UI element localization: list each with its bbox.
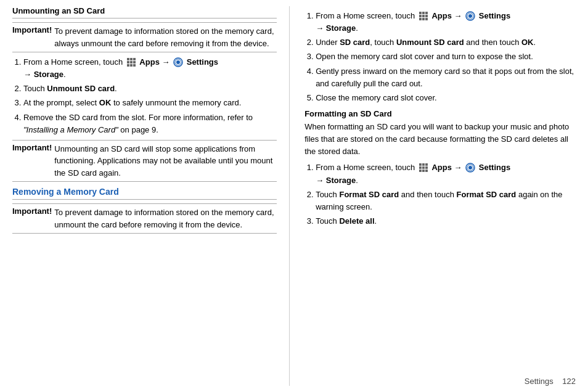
removing-step-1: From a Home screen, touch Apps →: [316, 10, 576, 35]
svg-rect-20: [425, 18, 428, 20]
apps-icon-3: [419, 163, 428, 173]
apps-icon-1: [126, 57, 136, 67]
svg-rect-26: [425, 163, 428, 166]
removing-step-2: Under SD card, touch Unmount SD card and…: [316, 36, 576, 49]
svg-rect-31: [422, 169, 425, 172]
svg-rect-2: [133, 58, 136, 60]
svg-rect-3: [127, 61, 129, 63]
svg-point-22: [468, 14, 472, 18]
svg-rect-32: [425, 169, 428, 172]
settings-icon-1: [173, 57, 183, 67]
formatting-intro: When formatting an SD card you will want…: [304, 121, 576, 158]
removing-title: Removing a Memory Card: [12, 187, 277, 200]
footer: Settings 122: [525, 377, 576, 386]
svg-rect-15: [419, 15, 422, 17]
svg-rect-4: [130, 61, 133, 63]
important-label-1: Important!: [12, 25, 52, 49]
apps-label-1: Apps: [139, 57, 160, 67]
important-block-3: Important! To prevent damage to informat…: [12, 203, 277, 234]
apps-icon-2: [419, 11, 428, 21]
svg-rect-17: [425, 15, 428, 17]
removing-steps: From a Home screen, touch Apps →: [316, 10, 576, 104]
svg-rect-28: [422, 166, 425, 169]
svg-point-10: [176, 60, 180, 64]
svg-rect-19: [422, 18, 425, 20]
settings-icon-3: [465, 163, 475, 173]
unmounting-step-3: At the prompt, select OK to safely unmou…: [23, 97, 277, 109]
svg-rect-1: [130, 58, 133, 60]
svg-rect-16: [422, 15, 425, 17]
unmounting-steps: From a Home screen, touch Apps →: [23, 56, 277, 136]
formatting-title: Formatting an SD Card: [304, 109, 576, 118]
removing-step-5: Close the memory card slot cover.: [316, 92, 576, 104]
svg-rect-6: [127, 64, 129, 67]
removing-step-3: Open the memory card slot cover and turn…: [316, 51, 576, 63]
svg-rect-5: [133, 61, 136, 63]
settings-label-1: Settings: [187, 57, 218, 67]
storage-label-3: Storage: [326, 176, 356, 185]
important-block-1: Important! To prevent damage to informat…: [12, 22, 277, 52]
svg-rect-24: [419, 163, 422, 166]
storage-label-2: Storage: [326, 23, 356, 33]
removing-step-4: Gently press inward on the memory card s…: [316, 65, 576, 90]
right-column: From a Home screen, touch Apps →: [290, 6, 576, 386]
formatting-steps: From a Home screen, touch Apps →: [316, 161, 576, 227]
storage-label-1: Storage: [34, 70, 63, 79]
settings-icon-2: [465, 11, 475, 21]
important-text-3: To prevent damage to information stored …: [54, 206, 277, 231]
footer-label: Settings: [525, 377, 553, 386]
important-label-2: Important!: [12, 143, 52, 179]
apps-label-2: Apps: [431, 11, 452, 20]
unmounting-step-2: Touch Unmount SD card.: [23, 83, 277, 95]
apps-label-3: Apps: [431, 163, 452, 172]
svg-rect-13: [422, 12, 425, 14]
important-block-2: Important! Unmounting an SD card will st…: [12, 140, 277, 182]
svg-rect-30: [419, 169, 422, 172]
left-column: Unmounting an SD Card Important! To prev…: [12, 6, 290, 386]
svg-rect-27: [419, 166, 422, 169]
formatting-step-3: Touch Delete all.: [316, 215, 576, 227]
unmounting-title: Unmounting an SD Card: [12, 6, 277, 18]
unmounting-step-1: From a Home screen, touch Apps →: [23, 56, 277, 81]
formatting-step-1: From a Home screen, touch Apps →: [316, 161, 576, 186]
svg-rect-14: [425, 12, 428, 14]
svg-rect-18: [419, 18, 422, 20]
svg-rect-25: [422, 163, 425, 166]
svg-rect-29: [425, 166, 428, 169]
important-label-3: Important!: [12, 206, 52, 231]
formatting-step-2: Touch Format SD card and then touch Form…: [316, 189, 576, 213]
svg-point-34: [468, 166, 472, 169]
svg-rect-12: [419, 12, 422, 14]
important-text-2: Unmounting an SD card will stop some app…: [54, 143, 277, 179]
svg-rect-0: [127, 58, 129, 60]
svg-rect-8: [133, 64, 136, 67]
important-text-1: To prevent damage to information stored …: [54, 25, 277, 49]
settings-label-3: Settings: [479, 163, 510, 172]
settings-label-2: Settings: [479, 11, 510, 20]
footer-page: 122: [562, 377, 576, 386]
unmounting-step-4: Remove the SD card from the slot. For mo…: [23, 112, 277, 136]
svg-rect-7: [130, 64, 133, 67]
